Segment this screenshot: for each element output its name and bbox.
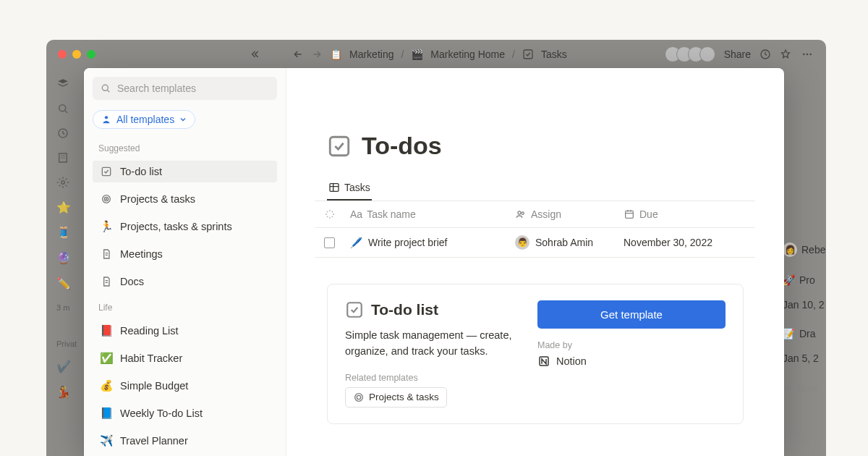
search-icon[interactable] — [56, 102, 69, 115]
money-icon: 💰 — [100, 379, 113, 392]
made-by-label: Made by — [537, 340, 726, 350]
sidebar-item-icon[interactable]: 🔮 — [56, 251, 71, 265]
templates-sidebar: Search templates All templates Suggested… — [84, 68, 286, 456]
row-checkbox[interactable] — [324, 237, 335, 248]
sidebar-item-icon[interactable]: ✏️ — [56, 276, 71, 290]
sidebar-item-icon[interactable]: 💃 — [56, 385, 71, 399]
building-icon[interactable] — [56, 151, 69, 164]
svg-point-4 — [809, 54, 812, 56]
book-icon: 📕 — [100, 324, 113, 337]
breadcrumb[interactable]: Marketing Home — [430, 48, 505, 60]
template-info-card: To-do list Simple task management — crea… — [327, 284, 744, 424]
breadcrumb[interactable]: Marketing — [349, 48, 393, 60]
svg-rect-16 — [330, 184, 339, 192]
sidebar-collapse-icon[interactable] — [249, 48, 260, 60]
chip-label: Projects & tasks — [369, 392, 439, 402]
tab-tasks[interactable]: Tasks — [327, 182, 372, 200]
workspace-icon[interactable] — [56, 77, 69, 90]
doc-icon — [100, 275, 113, 288]
calendar-icon — [624, 208, 635, 220]
back-icon[interactable] — [292, 48, 304, 60]
sidebar-meta: 3 m — [56, 303, 71, 312]
sidebar-item-projects-sprints[interactable]: 🏃 Projects, tasks & sprints — [93, 216, 277, 237]
svg-point-10 — [105, 116, 108, 119]
background-right-pane: 👩Rebe 🚀Pro Jan 10, 2 📝Dra Jan 5, 2 ＋New — [783, 112, 826, 456]
template-preview: To-dos Tasks AaTask name Assign Due 🖊️Wr… — [286, 68, 784, 456]
window-controls[interactable] — [58, 50, 95, 59]
titlebar: 📋 Marketing / 🎬 Marketing Home / Tasks S… — [46, 40, 826, 69]
sidebar-item-icon[interactable]: ⭐ — [56, 200, 71, 214]
plane-icon: ✈️ — [100, 434, 113, 447]
new-row-button[interactable]: New — [797, 382, 817, 394]
svg-point-2 — [803, 54, 805, 56]
close-icon[interactable] — [58, 50, 67, 59]
loading-icon — [324, 208, 336, 220]
column-name: Task name — [367, 208, 416, 220]
avatar: 👨 — [515, 235, 529, 250]
sidebar-item-icon[interactable]: 🧵 — [56, 226, 71, 240]
svg-rect-15 — [330, 137, 349, 156]
sidebar-item-label: Projects, tasks & sprints — [120, 221, 232, 232]
checkbox-icon — [100, 165, 113, 178]
related-template-chip[interactable]: Projects & tasks — [345, 387, 447, 408]
sidebar-item-travel-planner[interactable]: ✈️Travel Planner — [93, 430, 277, 452]
sidebar-item-icon[interactable]: ✔️ — [56, 360, 71, 373]
search-icon — [100, 83, 111, 94]
svg-point-8 — [61, 181, 65, 185]
svg-point-9 — [102, 85, 108, 90]
star-icon[interactable] — [780, 48, 791, 60]
svg-point-5 — [59, 105, 66, 111]
section-life: Life — [93, 298, 277, 314]
plus-icon[interactable]: ＋ — [783, 381, 793, 394]
filter-all-templates[interactable]: All templates — [93, 110, 195, 129]
breadcrumb[interactable]: Tasks — [541, 48, 567, 60]
column-assign: Assign — [531, 208, 561, 220]
checkbox-icon — [345, 300, 364, 319]
due-date: November 30, 2022 — [624, 237, 712, 248]
presence-avatars[interactable] — [669, 46, 715, 62]
breadcrumb-separator: / — [512, 48, 515, 60]
checkbox-icon — [327, 134, 352, 159]
people-icon — [515, 208, 527, 220]
sidebar-item-docs[interactable]: Docs — [93, 271, 277, 292]
sidebar-item-meetings[interactable]: Meetings — [93, 243, 277, 265]
table-row[interactable]: 🖊️Write project brief 👨Sohrab Amin Novem… — [315, 228, 755, 258]
rocket-icon: 🚀 — [783, 274, 795, 286]
sidebar-item-weekly-todo[interactable]: 📘Weekly To-do List — [93, 402, 277, 424]
tab-label: Tasks — [344, 182, 370, 193]
svg-rect-7 — [59, 153, 67, 162]
sidebar-item-simple-budget[interactable]: 💰Simple Budget — [93, 375, 277, 397]
search-placeholder: Search templates — [117, 83, 196, 94]
date-cell: Jan 5, 2 — [783, 352, 819, 364]
pencil-icon: 🖊️ — [350, 237, 362, 248]
sidebar-item-todo-list[interactable]: To-do list — [93, 161, 277, 182]
clock-icon[interactable] — [56, 127, 69, 140]
maximize-icon[interactable] — [87, 50, 95, 59]
page-title: To-dos — [362, 132, 442, 160]
share-button[interactable]: Share — [724, 48, 751, 60]
doc-icon: 📝 — [783, 328, 795, 339]
forward-icon[interactable] — [311, 48, 323, 60]
table-header: AaTask name Assign Due — [315, 201, 755, 228]
svg-rect-19 — [626, 211, 634, 218]
doc-icon — [100, 248, 113, 261]
sidebar-item-reading-list[interactable]: 📕Reading List — [93, 320, 277, 342]
minimize-icon[interactable] — [72, 50, 81, 59]
sidebar-item-label: Reading List — [120, 325, 179, 337]
view-tabs: Tasks — [315, 172, 755, 201]
sidebar-item-label: Meetings — [120, 248, 163, 260]
clock-icon[interactable] — [760, 48, 771, 60]
sidebar-item-label: Habit Tracker — [120, 352, 182, 364]
sidebar-item-projects-tasks[interactable]: Projects & tasks — [93, 188, 277, 210]
breadcrumb-separator: / — [401, 48, 404, 60]
more-icon[interactable] — [800, 48, 814, 60]
templates-modal: Search templates All templates Suggested… — [84, 68, 784, 456]
sidebar-item-habit-tracker[interactable]: ✅Habit Tracker — [93, 347, 277, 369]
gear-icon[interactable] — [56, 176, 69, 189]
filter-label: All templates — [116, 114, 174, 125]
sidebar-section-label: Privat — [56, 339, 71, 348]
svg-point-14 — [106, 198, 106, 199]
svg-point-22 — [357, 395, 360, 399]
search-input[interactable]: Search templates — [93, 77, 277, 100]
get-template-button[interactable]: Get template — [537, 300, 726, 329]
